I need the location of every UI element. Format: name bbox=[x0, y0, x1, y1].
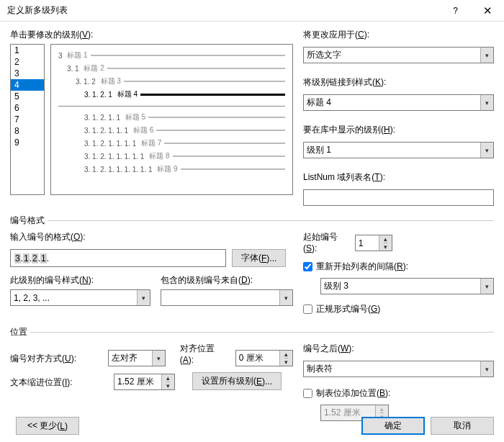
restart-checkbox[interactable] bbox=[303, 262, 312, 271]
listnum-input[interactable] bbox=[303, 189, 494, 206]
level-item-8[interactable]: 8 bbox=[11, 125, 44, 137]
chevron-down-icon: ▾ bbox=[480, 361, 493, 376]
dialog-title: 定义新多级列表 bbox=[7, 4, 439, 17]
level-list[interactable]: 123456789 bbox=[10, 44, 45, 195]
align-label: 编号对齐方式(U): bbox=[10, 353, 98, 365]
follow-dropdown[interactable]: 制表符 ▾ bbox=[303, 361, 494, 377]
level-item-3[interactable]: 3 bbox=[11, 68, 44, 79]
preview-row: 3. 1. 2 标题 3 bbox=[58, 75, 285, 88]
legal-format-label: 正规形式编号(G) bbox=[316, 303, 380, 315]
chevron-down-icon: ▾ bbox=[137, 290, 150, 305]
ok-button[interactable]: 确定 bbox=[361, 417, 425, 435]
level-list-label: 单击要修改的级别(V): bbox=[10, 29, 293, 41]
level-item-7[interactable]: 7 bbox=[11, 114, 44, 125]
preview-row: 3. 1. 2. 1. 1. 1. 1. 1. 1 标题 9 bbox=[58, 163, 285, 176]
apply-to-dropdown[interactable]: 所选文字 ▾ bbox=[303, 47, 494, 63]
link-style-label: 将级别链接到样式(K): bbox=[303, 76, 494, 89]
preview-row: 3. 1. 2. 1. 1. 1 标题 6 bbox=[58, 124, 285, 137]
enter-format-label: 输入编号的格式(O): bbox=[10, 231, 293, 243]
chevron-down-icon: ▾ bbox=[480, 143, 493, 158]
tabstop-checkbox[interactable] bbox=[303, 389, 312, 398]
number-style-dropdown[interactable]: 1, 2, 3, ... ▾ bbox=[10, 289, 150, 306]
help-button[interactable]: ? bbox=[439, 0, 472, 22]
chevron-down-icon: ▾ bbox=[480, 279, 493, 294]
start-number-spinner[interactable]: 1 ▴▾ bbox=[355, 235, 393, 251]
align-dropdown[interactable]: 左对齐 ▾ bbox=[108, 350, 166, 366]
chevron-down-icon: ▾ bbox=[152, 351, 165, 366]
level-item-4[interactable]: 4 bbox=[11, 79, 44, 91]
level-item-5[interactable]: 5 bbox=[11, 91, 44, 102]
chevron-down-icon: ▾ bbox=[480, 48, 493, 63]
restart-label: 重新开始列表的间隔(R): bbox=[316, 261, 408, 273]
number-style-label: 此级别的编号样式(N): bbox=[10, 274, 150, 287]
spinner-buttons[interactable]: ▴▾ bbox=[161, 374, 174, 389]
level-item-1[interactable]: 1 bbox=[11, 45, 44, 56]
level-item-9[interactable]: 9 bbox=[11, 137, 44, 148]
show-in-lib-label: 要在库中显示的级别(H): bbox=[303, 124, 494, 136]
font-button[interactable]: 字体(F)... bbox=[232, 249, 286, 267]
preview-pane: 3 标题 13. 1 标题 23. 1. 2 标题 33. 1. 2. 1 标题… bbox=[50, 44, 293, 195]
follow-label: 编号之后(W): bbox=[303, 343, 494, 355]
position-legend: 位置 bbox=[10, 326, 30, 338]
legal-format-checkbox[interactable] bbox=[303, 305, 312, 314]
indent-spinner[interactable]: 1.52 厘米 ▴▾ bbox=[114, 374, 175, 390]
level-item-6[interactable]: 6 bbox=[11, 102, 44, 114]
preview-row: 3 标题 1 bbox=[58, 49, 285, 62]
preview-row: 3. 1 标题 2 bbox=[58, 62, 285, 75]
close-button[interactable]: ✕ bbox=[472, 0, 504, 22]
apply-to-label: 将更改应用于(C): bbox=[303, 29, 494, 41]
show-in-lib-dropdown[interactable]: 级别 1 ▾ bbox=[303, 142, 494, 158]
tabstop-label: 制表位添加位置(B): bbox=[316, 387, 390, 400]
alignpos-spinner[interactable]: 0 厘米 ▴▾ bbox=[235, 350, 293, 366]
number-format-input[interactable]: 3.1.2.1. bbox=[10, 249, 226, 267]
include-from-dropdown[interactable]: ▾ bbox=[161, 289, 293, 306]
spinner-buttons[interactable]: ▴▾ bbox=[279, 351, 292, 366]
link-style-dropdown[interactable]: 标题 4 ▾ bbox=[303, 94, 494, 111]
cancel-button[interactable]: 取消 bbox=[431, 417, 494, 435]
preview-row: 3. 1. 2. 1. 1. 1. 1. 1 标题 8 bbox=[58, 150, 285, 163]
preview-row: 3. 1. 2. 1. 1 标题 5 bbox=[58, 111, 285, 124]
listnum-label: ListNum 域列表名(T): bbox=[303, 171, 494, 184]
numfmt-legend: 编号格式 bbox=[10, 215, 48, 227]
set-all-levels-button[interactable]: 设置所有级别(E)... bbox=[192, 372, 282, 390]
chevron-down-icon: ▾ bbox=[480, 95, 493, 110]
start-number-label: 起始编号(S): bbox=[303, 231, 349, 253]
less-button[interactable]: << 更少(L) bbox=[16, 417, 79, 435]
restart-level-dropdown[interactable]: 级别 3 ▾ bbox=[320, 278, 494, 294]
preview-row: 3. 1. 2. 1 标题 4 bbox=[58, 88, 285, 101]
indent-label: 文本缩进位置(I): bbox=[10, 376, 104, 389]
spinner-buttons[interactable]: ▴▾ bbox=[379, 235, 392, 251]
chevron-down-icon: ▾ bbox=[279, 290, 292, 305]
alignpos-label: 对齐位置(A): bbox=[180, 343, 225, 365]
include-from-label: 包含的级别编号来自(D): bbox=[161, 274, 293, 287]
preview-row: 3. 1. 2. 1. 1. 1. 1 标题 7 bbox=[58, 137, 285, 150]
level-item-2[interactable]: 2 bbox=[11, 56, 44, 68]
